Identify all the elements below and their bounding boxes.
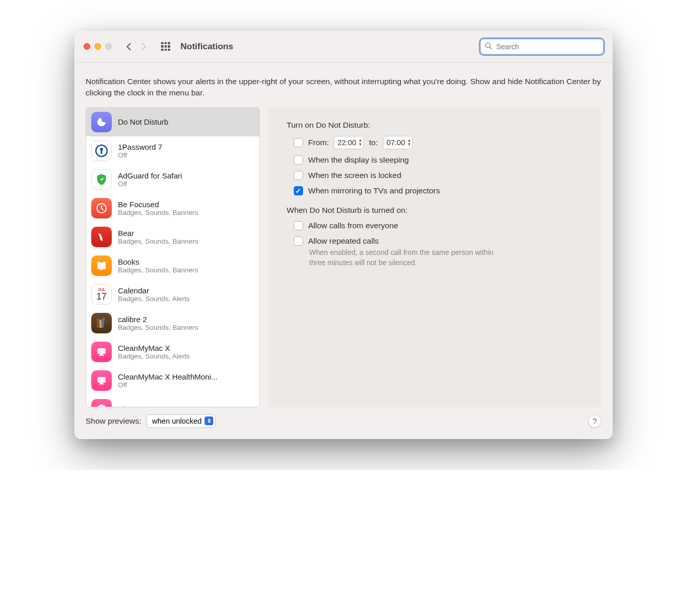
turn-on-label: Turn on Do Not Disturb: — [287, 121, 601, 130]
stepper-icon[interactable]: ▲▼ — [407, 138, 411, 147]
svg-rect-9 — [97, 348, 106, 354]
sidebar-item[interactable]: BearBadges, Sounds, Banners — [86, 223, 259, 251]
sidebar-item[interactable]: CleanMyMac XBadges, Sounds, Alerts — [86, 337, 259, 366]
svg-rect-11 — [99, 355, 104, 356]
preferences-window: Notifications Notification Center shows … — [74, 31, 613, 439]
app-icon — [91, 370, 112, 391]
app-name: Books — [118, 257, 198, 266]
display-sleeping-row: When the display is sleeping — [294, 155, 601, 165]
app-icon: JUL17 — [91, 284, 112, 305]
search-icon — [484, 42, 492, 51]
svg-rect-8 — [102, 318, 105, 328]
previews-select[interactable]: when unlocked — [147, 414, 216, 428]
app-list[interactable]: Do Not Disturb1Password 7OffAdGuard for … — [86, 107, 260, 407]
sidebar-item[interactable]: CleanMyMac X HealthMoni...Off — [86, 366, 259, 395]
app-icon — [91, 227, 112, 247]
app-sub: Off — [118, 381, 217, 389]
chevron-updown-icon — [205, 416, 213, 425]
show-all-icon[interactable] — [161, 42, 170, 51]
screen-locked-row: When the screen is locked — [294, 171, 601, 180]
from-time-value: 22:00 — [337, 138, 356, 147]
app-name: AdGuard for Safari — [118, 171, 182, 180]
mirroring-label: When mirroring to TVs and projectors — [308, 186, 440, 195]
when-on-label: When Do Not Disturb is turned on: — [287, 206, 601, 215]
app-name: calibre 2 — [118, 315, 198, 324]
app-icon — [91, 399, 112, 407]
from-label: From: — [308, 138, 329, 147]
app-icon — [91, 169, 112, 190]
app-icon — [91, 112, 112, 132]
sidebar-item[interactable]: JUL17CalendarBadges, Sounds, Alerts — [86, 280, 259, 309]
app-name: Calendar — [118, 286, 190, 295]
to-label: to: — [369, 138, 378, 147]
allow-everyone-label: Allow calls from everyone — [308, 221, 398, 230]
previews-label: Show previews: — [86, 416, 142, 426]
content: Notification Center shows your alerts in… — [74, 63, 613, 439]
allow-repeated-checkbox[interactable] — [294, 236, 303, 246]
previews-value: when unlocked — [152, 417, 202, 425]
display-sleeping-checkbox[interactable] — [294, 155, 303, 165]
sidebar-item[interactable]: ClearVPN — [86, 395, 259, 407]
app-name: CleanMyMac X — [118, 344, 190, 352]
search-input[interactable] — [480, 39, 603, 54]
svg-rect-10 — [100, 354, 103, 355]
app-sub: Badges, Sounds, Banners — [118, 266, 198, 274]
schedule-row: From: 22:00 ▲▼ to: 07:00 ▲▼ — [294, 136, 601, 149]
display-sleeping-label: When the display is sleeping — [308, 155, 409, 165]
panes: Do Not Disturb1Password 7OffAdGuard for … — [86, 107, 601, 407]
svg-rect-12 — [97, 377, 106, 383]
to-time-input[interactable]: 07:00 ▲▼ — [383, 136, 413, 149]
sidebar-item[interactable]: 1Password 7Off — [86, 136, 259, 165]
sidebar-item[interactable]: BooksBadges, Sounds, Banners — [86, 251, 259, 280]
app-sub: Badges, Sounds, Alerts — [118, 295, 190, 303]
app-sub: Off — [118, 180, 182, 188]
svg-rect-7 — [99, 320, 102, 328]
app-icon — [91, 198, 112, 218]
to-time-value: 07:00 — [387, 138, 405, 147]
app-name: ClearVPN — [118, 405, 152, 407]
sidebar-item[interactable]: Do Not Disturb — [86, 108, 259, 136]
allow-everyone-checkbox[interactable] — [294, 221, 303, 230]
app-name: Bear — [118, 229, 198, 237]
allow-repeated-label: Allow repeated calls — [308, 236, 379, 246]
search-field-wrap — [480, 39, 603, 54]
description-text: Notification Center shows your alerts in… — [86, 76, 601, 99]
mirroring-checkbox[interactable] — [294, 186, 303, 195]
app-sub: Off — [118, 151, 163, 159]
svg-rect-6 — [97, 319, 99, 328]
svg-rect-4 — [101, 150, 103, 154]
minimize-window-button[interactable] — [94, 43, 101, 50]
back-button[interactable] — [124, 42, 133, 51]
titlebar: Notifications — [74, 31, 613, 63]
page-title: Notifications — [180, 42, 233, 52]
repeated-help-text: When enabled, a second call from the sam… — [309, 248, 504, 268]
svg-rect-13 — [100, 383, 103, 384]
svg-line-1 — [490, 47, 492, 49]
app-sub: Badges, Sounds, Banners — [118, 209, 198, 216]
close-window-button[interactable] — [84, 43, 90, 50]
app-name: 1Password 7 — [118, 143, 163, 151]
sidebar-item[interactable]: AdGuard for SafariOff — [86, 165, 259, 194]
screen-locked-label: When the screen is locked — [308, 171, 401, 180]
app-sub: Badges, Sounds, Banners — [118, 237, 198, 245]
bottom-bar: Show previews: when unlocked ? — [86, 414, 601, 428]
maximize-window-button — [105, 43, 112, 50]
app-sub: Badges, Sounds, Alerts — [118, 352, 190, 360]
screen-locked-checkbox[interactable] — [294, 171, 303, 180]
nav-arrows — [124, 42, 149, 51]
app-name: CleanMyMac X HealthMoni... — [118, 372, 217, 381]
allow-repeated-row: Allow repeated calls — [294, 236, 601, 246]
app-icon — [91, 342, 112, 362]
window-controls — [84, 43, 112, 50]
from-time-input[interactable]: 22:00 ▲▼ — [334, 136, 363, 149]
sidebar-item[interactable]: Be FocusedBadges, Sounds, Banners — [86, 194, 259, 223]
app-icon — [91, 255, 112, 276]
mirroring-row: When mirroring to TVs and projectors — [294, 186, 601, 195]
sidebar-item[interactable]: calibre 2Badges, Sounds, Banners — [86, 309, 259, 337]
help-button[interactable]: ? — [588, 414, 601, 428]
app-sub: Badges, Sounds, Banners — [118, 324, 198, 331]
app-name: Do Not Disturb — [118, 117, 168, 126]
schedule-checkbox[interactable] — [294, 138, 303, 147]
app-icon — [91, 313, 112, 333]
stepper-icon[interactable]: ▲▼ — [358, 138, 362, 147]
